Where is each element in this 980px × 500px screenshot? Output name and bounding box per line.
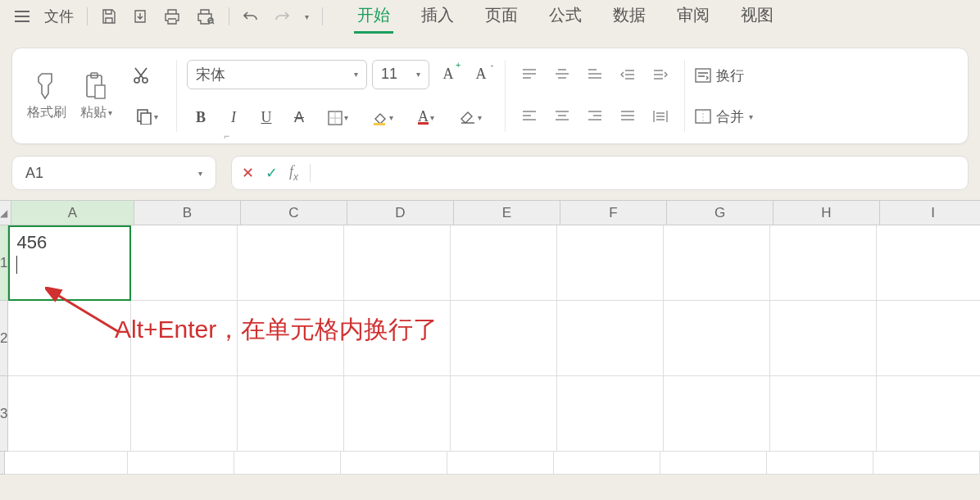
col-header-H[interactable]: H — [774, 201, 880, 225]
cell[interactable] — [770, 376, 877, 452]
cell[interactable] — [131, 225, 238, 301]
align-bottom-button[interactable] — [581, 61, 609, 89]
export-icon[interactable] — [125, 5, 155, 28]
decrease-font-button[interactable]: A- — [467, 61, 495, 89]
borders-button[interactable]: ▾ — [318, 104, 357, 132]
cell[interactable] — [770, 225, 877, 301]
cell[interactable] — [557, 225, 664, 301]
cell[interactable] — [8, 376, 131, 452]
cell[interactable] — [128, 452, 234, 475]
row-header-3[interactable]: 3 — [0, 376, 8, 452]
print-preview-icon[interactable] — [189, 5, 222, 28]
font-color-button[interactable]: A ▾ — [406, 104, 446, 132]
cell[interactable] — [660, 452, 767, 475]
fx-icon[interactable]: fx — [289, 163, 298, 183]
cell[interactable] — [877, 225, 980, 301]
eraser-button[interactable]: ▾ — [451, 104, 490, 132]
cell[interactable] — [344, 376, 451, 452]
tab-page[interactable]: 页面 — [482, 0, 521, 34]
cell[interactable] — [557, 376, 664, 452]
tab-start[interactable]: 开始 — [354, 0, 393, 34]
cell[interactable] — [5, 452, 128, 475]
align-left-button[interactable] — [515, 102, 543, 130]
cell[interactable] — [873, 452, 980, 475]
increase-font-button[interactable]: A+ — [434, 61, 462, 89]
cell-A1[interactable]: 456 — [8, 225, 131, 301]
distribute-button[interactable] — [647, 102, 674, 130]
col-header-D[interactable]: D — [347, 201, 454, 225]
cell[interactable] — [131, 376, 238, 452]
bold-button[interactable]: B — [187, 104, 215, 132]
col-header-F[interactable]: F — [560, 201, 667, 225]
cell[interactable] — [8, 301, 131, 376]
paste-button[interactable]: 粘贴▾ — [71, 55, 120, 137]
cut-button[interactable] — [127, 61, 155, 89]
print-icon[interactable] — [157, 5, 188, 28]
align-middle-button[interactable] — [548, 61, 576, 89]
wrap-text-button[interactable]: 换行 — [695, 61, 744, 89]
cell[interactable] — [767, 452, 873, 475]
clipboard-launcher-icon[interactable]: ⌐ — [224, 130, 229, 142]
font-size-select[interactable]: 11 ▾ — [372, 60, 429, 89]
cell[interactable] — [451, 376, 557, 452]
cell[interactable] — [877, 376, 980, 452]
col-header-A[interactable]: A — [11, 201, 134, 225]
file-menu[interactable]: 文件 — [38, 3, 80, 30]
cell[interactable] — [447, 452, 554, 475]
font-name-select[interactable]: 宋体 ▾ — [187, 60, 367, 89]
cell[interactable] — [664, 225, 770, 301]
accept-icon[interactable]: ✓ — [265, 164, 278, 182]
col-header-E[interactable]: E — [454, 201, 560, 225]
underline-button[interactable]: U — [252, 104, 280, 132]
cell[interactable] — [664, 376, 770, 452]
align-right-button[interactable] — [581, 102, 609, 130]
col-header-C[interactable]: C — [241, 201, 347, 225]
cancel-icon[interactable]: ✕ — [242, 164, 254, 182]
active-cell[interactable]: 456 — [8, 225, 131, 301]
more-dropdown-icon[interactable]: ▾ — [298, 9, 315, 25]
tab-data[interactable]: 数据 — [610, 0, 649, 34]
fill-color-button[interactable]: ▾ — [362, 104, 402, 132]
cell[interactable] — [770, 301, 877, 376]
cell[interactable] — [554, 452, 660, 475]
name-box[interactable]: A1 ▾ — [11, 156, 216, 190]
select-all-corner[interactable]: ◢ — [0, 201, 11, 225]
cell[interactable] — [664, 301, 770, 376]
copy-button[interactable]: ▾ — [127, 102, 166, 130]
justify-button[interactable] — [614, 102, 642, 130]
italic-button[interactable]: I — [220, 104, 247, 132]
align-top-button[interactable] — [515, 61, 543, 89]
format-painter-button[interactable]: 格式刷 — [22, 55, 71, 137]
tab-formula[interactable]: 公式 — [546, 0, 585, 34]
redo-icon[interactable] — [267, 7, 297, 26]
cell[interactable] — [238, 376, 344, 452]
tab-review[interactable]: 审阅 — [674, 0, 713, 34]
increase-indent-button[interactable] — [647, 61, 674, 89]
row-header-1[interactable]: 1 — [0, 225, 8, 301]
row-header-2[interactable]: 2 — [0, 301, 8, 376]
strikethrough-button[interactable]: A — [285, 104, 313, 132]
align-center-button[interactable] — [548, 102, 576, 130]
cell[interactable] — [344, 225, 451, 301]
tab-insert[interactable]: 插入 — [418, 0, 457, 34]
cell[interactable] — [451, 225, 557, 301]
cell[interactable] — [344, 301, 451, 376]
cell[interactable] — [877, 301, 980, 376]
formula-bar[interactable]: ✕ ✓ fx — [231, 156, 969, 190]
cell[interactable] — [131, 301, 238, 376]
decrease-indent-button[interactable] — [614, 61, 642, 89]
tab-view[interactable]: 视图 — [737, 0, 777, 34]
undo-icon[interactable] — [236, 7, 265, 26]
merge-button[interactable]: 合并 ▾ — [695, 102, 753, 130]
col-header-G[interactable]: G — [667, 201, 774, 225]
save-icon[interactable] — [94, 5, 124, 28]
col-header-B[interactable]: B — [134, 201, 241, 225]
cell[interactable] — [557, 301, 664, 376]
cell[interactable] — [238, 301, 344, 376]
cell[interactable] — [234, 452, 341, 475]
cell[interactable] — [451, 301, 557, 376]
cell[interactable] — [238, 225, 344, 301]
cell[interactable] — [341, 452, 447, 475]
hamburger-icon[interactable] — [8, 7, 36, 25]
col-header-I[interactable]: I — [880, 201, 980, 225]
